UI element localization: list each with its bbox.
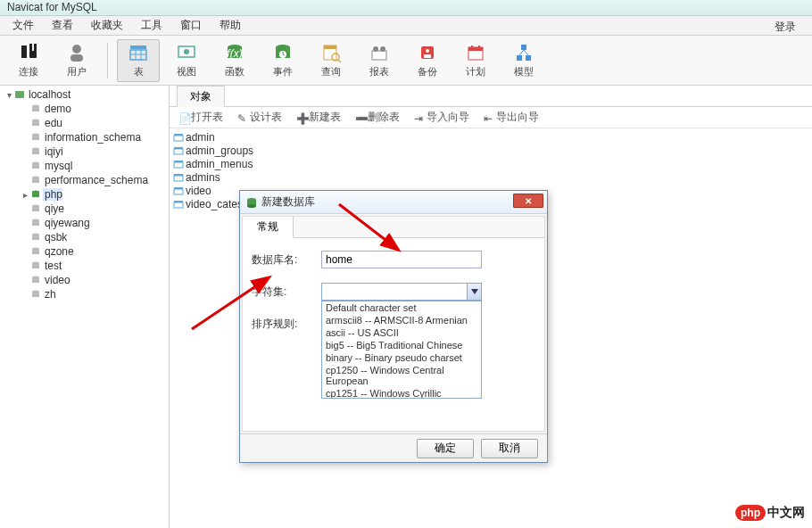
svg-rect-64 bbox=[32, 263, 39, 268]
backup-icon bbox=[417, 42, 438, 63]
dialog-footer: 确定 取消 bbox=[240, 433, 547, 462]
dialog-tab-general[interactable]: 常规 bbox=[243, 217, 294, 238]
tree-db-performance_schema[interactable]: performance_schema bbox=[16, 173, 169, 187]
tb-table[interactable]: 表 bbox=[117, 39, 160, 82]
watermark-badge: php bbox=[735, 505, 766, 521]
table-item-admin_groups[interactable]: admin_groups bbox=[173, 144, 808, 157]
tree-db-php[interactable]: ▸php bbox=[16, 187, 169, 202]
svg-rect-62 bbox=[32, 249, 39, 254]
tb-sep-1 bbox=[107, 43, 108, 78]
tree-connection[interactable]: ▾ localhost bbox=[0, 87, 169, 102]
sb-delete-table[interactable]: ➖删除表 bbox=[350, 108, 405, 127]
svg-point-30 bbox=[426, 49, 429, 53]
tree-db-test[interactable]: test bbox=[16, 259, 169, 273]
svg-rect-60 bbox=[32, 235, 39, 240]
window-titlebar: Navicat for MySQL bbox=[0, 0, 812, 16]
charset-option[interactable]: armscii8 -- ARMSCII-8 Armenian bbox=[322, 314, 481, 326]
tree-twisty-icon[interactable]: ▸ bbox=[20, 190, 30, 200]
svg-rect-54 bbox=[32, 192, 39, 197]
label-charset: 字符集: bbox=[252, 283, 314, 300]
menu-help[interactable]: 帮助 bbox=[211, 16, 250, 35]
tree-db-qiye[interactable]: qiye bbox=[16, 202, 169, 216]
tree-db-label: video bbox=[43, 274, 70, 286]
tree-twisty-icon[interactable]: ▾ bbox=[4, 90, 14, 100]
charset-option[interactable]: cp1250 -- Windows Central European bbox=[322, 364, 481, 387]
tree-db-label: qsbk bbox=[43, 231, 67, 243]
tb-report[interactable]: 报表 bbox=[358, 39, 401, 82]
chevron-down-icon bbox=[471, 288, 478, 295]
svg-rect-44 bbox=[32, 120, 39, 126]
ok-button[interactable]: 确定 bbox=[417, 439, 474, 458]
tree-db-mysql[interactable]: mysql bbox=[16, 159, 169, 173]
tree-db-zh[interactable]: zh bbox=[16, 287, 169, 301]
tree-connection-label: localhost bbox=[27, 88, 70, 101]
tb-connect[interactable]: 连接 bbox=[7, 39, 50, 82]
tb-view[interactable]: 视图 bbox=[165, 39, 208, 82]
menu-file[interactable]: 文件 bbox=[4, 16, 43, 35]
charset-option[interactable]: Default character set bbox=[322, 301, 481, 314]
svg-rect-48 bbox=[32, 149, 39, 154]
table-item-admins[interactable]: admins bbox=[173, 170, 808, 184]
sb-design-table[interactable]: ✎设计表 bbox=[232, 108, 287, 127]
svg-rect-1 bbox=[29, 44, 32, 51]
tb-model[interactable]: 模型 bbox=[502, 39, 545, 82]
tree-db-information_schema[interactable]: information_schema bbox=[16, 130, 169, 144]
charset-dropdown-button[interactable] bbox=[467, 284, 481, 300]
menu-window[interactable]: 窗口 bbox=[171, 16, 211, 35]
table-item-admin_menus[interactable]: admin_menus bbox=[173, 157, 808, 170]
login-link[interactable]: 登录 bbox=[766, 18, 805, 37]
export-icon: ⇤ bbox=[484, 112, 494, 123]
table-name: admin bbox=[186, 131, 215, 144]
sb-import[interactable]: ⇥导入向导 bbox=[409, 108, 475, 127]
table-name: video_cates bbox=[186, 198, 243, 210]
tb-query[interactable]: 查询 bbox=[310, 39, 352, 82]
table-icon bbox=[173, 199, 186, 210]
menu-fav[interactable]: 收藏夹 bbox=[82, 16, 132, 35]
dialog-form: 数据库名: 字符集: Default character setarmscii8… bbox=[243, 238, 544, 339]
tb-backup[interactable]: 备份 bbox=[406, 39, 449, 82]
menu-view[interactable]: 查看 bbox=[43, 16, 82, 35]
table-icon bbox=[173, 132, 186, 143]
tree-db-qsbk[interactable]: qsbk bbox=[16, 230, 169, 244]
watermark-text: 中文网 bbox=[767, 505, 805, 521]
charset-option[interactable]: cp1251 -- Windows Cyrillic bbox=[322, 387, 481, 399]
sb-export[interactable]: ⇤导出向导 bbox=[478, 108, 544, 127]
tree-db-edu[interactable]: edu bbox=[16, 116, 169, 130]
tree-db-video[interactable]: video bbox=[16, 273, 169, 287]
tree-db-iqiyi[interactable]: iqiyi bbox=[16, 144, 169, 159]
tb-user-label: 用户 bbox=[67, 65, 87, 78]
table-item-admin[interactable]: admin bbox=[173, 130, 808, 144]
tb-schedule[interactable]: 计划 bbox=[454, 39, 497, 82]
charset-option[interactable]: binary -- Binary pseudo charset bbox=[322, 351, 481, 364]
svg-rect-25 bbox=[372, 51, 386, 60]
svg-point-83 bbox=[247, 204, 256, 208]
input-dbname[interactable] bbox=[321, 251, 482, 268]
tree-db-label: demo bbox=[43, 103, 71, 115]
charset-option[interactable]: ascii -- US ASCII bbox=[322, 326, 481, 339]
menu-tools[interactable]: 工具 bbox=[132, 16, 171, 35]
tree-db-demo[interactable]: demo bbox=[16, 102, 169, 116]
tb-event[interactable]: 事件 bbox=[261, 39, 304, 82]
charset-dropdown-list[interactable]: Default character setarmscii8 -- ARMSCII… bbox=[321, 301, 482, 399]
dialog-titlebar[interactable]: 新建数据库 ✕ bbox=[240, 191, 547, 214]
dialog-close-button[interactable]: ✕ bbox=[513, 194, 543, 208]
tree-db-qzone[interactable]: qzone bbox=[16, 244, 169, 259]
sb-new-table[interactable]: ➕新建表 bbox=[291, 108, 346, 127]
database-icon bbox=[30, 175, 43, 186]
tb-model-label: 模型 bbox=[514, 65, 534, 78]
query-icon bbox=[320, 42, 342, 63]
tb-user[interactable]: 用户 bbox=[55, 39, 98, 82]
svg-rect-80 bbox=[174, 202, 183, 208]
connection-tree[interactable]: ▾ localhost demoeduinformation_schemaiqi… bbox=[0, 86, 170, 528]
charset-option[interactable]: big5 -- Big5 Traditional Chinese bbox=[322, 339, 481, 351]
sb-open-table[interactable]: 📄打开表 bbox=[173, 108, 228, 127]
svg-rect-36 bbox=[517, 55, 522, 61]
cancel-button[interactable]: 取消 bbox=[481, 439, 538, 458]
tree-db-qiyewang[interactable]: qiyewang bbox=[16, 216, 169, 230]
tab-objects[interactable]: 对象 bbox=[177, 86, 225, 107]
model-icon bbox=[513, 42, 534, 63]
tb-function[interactable]: f(x) 函数 bbox=[213, 39, 256, 82]
charset-combobox[interactable] bbox=[321, 283, 482, 301]
svg-rect-46 bbox=[32, 135, 39, 140]
watermark: php 中文网 bbox=[735, 505, 805, 521]
